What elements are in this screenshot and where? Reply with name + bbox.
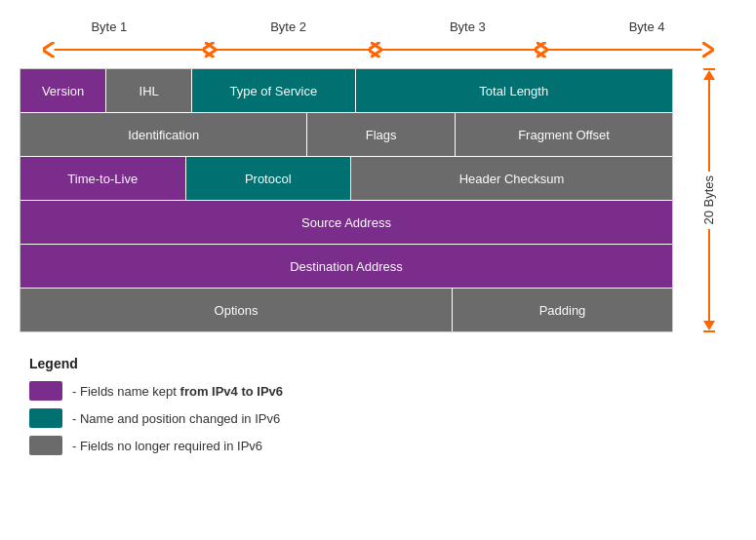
byte-label-3: Byte 3: [378, 19, 558, 38]
row-2: Identification Flags Fragment Offset: [20, 113, 672, 157]
legend-text-purple: - Fields name kept from IPv4 to IPv6: [72, 384, 283, 399]
legend: Legend - Fields name kept from IPv4 to I…: [20, 356, 736, 455]
arrow-shaft: [708, 80, 710, 172]
cell-version: Version: [20, 69, 106, 112]
cell-source-address: Source Address: [20, 201, 672, 244]
cell-flags: Flags: [307, 113, 456, 156]
bottom-arrowhead: [703, 321, 715, 330]
legend-swatch-gray: [29, 436, 62, 455]
legend-swatch-purple: [29, 381, 62, 401]
cell-identification: Identification: [20, 113, 307, 156]
legend-item-teal: - Name and position changed in IPv6: [29, 408, 736, 428]
cell-options: Options: [20, 289, 453, 331]
cell-total-length: Total Length: [356, 69, 673, 112]
cell-dest-address: Destination Address: [20, 245, 672, 288]
top-arrowhead: [703, 70, 715, 80]
row-1: Version IHL Type of Service Total Length: [20, 69, 672, 113]
byte-labels-row: Byte 1 Byte 2 Byte 3 Byte 4: [20, 19, 736, 38]
byte-label-4: Byte 4: [557, 19, 736, 38]
legend-item-purple: - Fields name kept from IPv4 to IPv6: [29, 381, 736, 401]
cell-fragment-offset: Fragment Offset: [456, 113, 672, 156]
legend-swatch-teal: [29, 408, 62, 428]
cell-header-checksum: Header Checksum: [351, 157, 672, 200]
cell-protocol: Protocol: [186, 157, 352, 200]
row-4: Source Address: [20, 201, 672, 245]
byte-label-2: Byte 2: [199, 19, 378, 38]
cell-tos: Type of Service: [192, 69, 355, 112]
arrows-row: [20, 38, 736, 61]
bottom-tick: [703, 330, 715, 332]
arrow-shaft-2: [708, 229, 710, 321]
legend-text-teal: - Name and position changed in IPv6: [72, 411, 280, 426]
row-3: Time-to-Live Protocol Header Checksum: [20, 157, 672, 201]
diagram-grid: Version IHL Type of Service Total Length…: [20, 68, 673, 332]
side-annotation: 20 Bytes: [673, 68, 736, 332]
main-container: Byte 1 Byte 2 Byte 3 Byte 4 Version: [20, 19, 736, 463]
byte-label-1: Byte 1: [20, 19, 199, 38]
cell-ihl: IHL: [106, 69, 192, 112]
legend-title: Legend: [29, 356, 736, 371]
legend-text-gray: - Fields no longer required in IPv6: [72, 439, 262, 453]
cell-padding: Padding: [453, 289, 672, 331]
row-6: Options Padding: [20, 289, 672, 331]
legend-item-gray: - Fields no longer required in IPv6: [29, 436, 736, 455]
side-label: 20 Bytes: [701, 175, 716, 225]
row-5: Destination Address: [20, 245, 672, 289]
diagram-wrapper: Version IHL Type of Service Total Length…: [20, 68, 736, 332]
cell-ttl: Time-to-Live: [20, 157, 186, 200]
